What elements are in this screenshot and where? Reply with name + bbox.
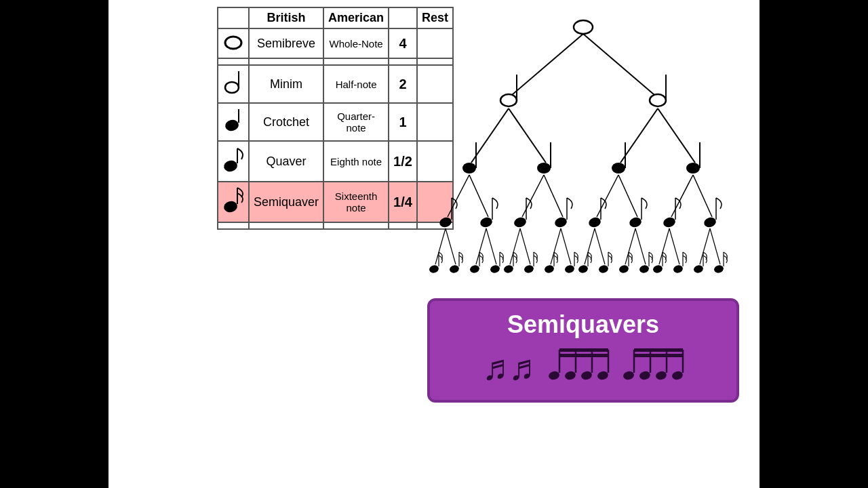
svg-line-61	[595, 228, 605, 264]
american-cell	[323, 222, 389, 229]
american-cell: Sixteenth note	[323, 182, 389, 222]
svg-point-110	[623, 370, 635, 381]
svg-point-94	[673, 264, 684, 274]
svg-rect-119	[634, 354, 683, 357]
svg-line-30	[522, 175, 544, 217]
col-header-icon	[218, 7, 249, 28]
quarter-note-icon	[218, 103, 249, 141]
svg-point-92	[652, 264, 663, 274]
svg-point-38	[479, 216, 494, 228]
svg-point-42	[553, 216, 568, 228]
svg-point-116	[671, 370, 684, 381]
svg-point-40	[513, 216, 528, 228]
svg-point-36	[438, 216, 453, 228]
tree-svg	[420, 7, 746, 298]
svg-line-65	[669, 228, 679, 264]
svg-line-64	[659, 228, 669, 264]
svg-line-67	[710, 228, 720, 264]
svg-point-0	[225, 37, 241, 49]
svg-point-70	[449, 264, 460, 274]
american-cell: Quarter-note	[323, 103, 389, 141]
svg-line-52	[435, 228, 446, 264]
svg-point-9	[574, 20, 593, 34]
svg-line-16	[471, 108, 509, 163]
british-cell: Semiquaver	[249, 182, 323, 222]
american-cell: Eighth note	[323, 141, 389, 182]
svg-rect-118	[634, 348, 683, 352]
note-tree	[420, 7, 746, 298]
svg-point-1	[225, 82, 239, 93]
svg-point-7	[222, 200, 238, 214]
svg-point-106	[597, 370, 610, 381]
svg-line-62	[625, 228, 635, 264]
sixteenth-note-icon	[218, 182, 249, 222]
whole-note-icon	[218, 28, 249, 58]
sq-group-3	[623, 344, 684, 390]
british-cell: Quaver	[249, 141, 323, 182]
svg-point-12	[500, 94, 517, 106]
svg-point-22	[537, 163, 551, 174]
svg-line-19	[658, 108, 695, 163]
svg-line-55	[486, 228, 496, 264]
svg-line-60	[585, 228, 595, 264]
svg-point-88	[618, 264, 629, 274]
semiquaver-box: Semiquavers ♬♬	[427, 298, 739, 403]
svg-line-28	[448, 175, 469, 217]
british-cell	[249, 222, 323, 229]
svg-line-59	[561, 228, 571, 264]
svg-line-18	[620, 108, 658, 163]
svg-point-3	[224, 119, 239, 133]
empty-row2-icon	[218, 222, 249, 229]
svg-point-50	[703, 216, 717, 228]
svg-point-86	[598, 264, 609, 274]
svg-point-74	[490, 264, 500, 274]
semiquaver-title: Semiquavers	[507, 310, 659, 339]
british-cell: Minim	[249, 65, 323, 103]
svg-line-56	[510, 228, 520, 264]
svg-point-102	[564, 370, 577, 381]
svg-line-66	[700, 228, 710, 264]
col-header-american: American	[323, 7, 389, 28]
svg-line-31	[544, 175, 563, 217]
semiquaver-notes: ♬♬	[482, 344, 684, 390]
svg-point-20	[462, 163, 476, 174]
svg-point-84	[578, 264, 589, 274]
sq-group-2	[549, 344, 610, 390]
svg-point-80	[544, 264, 555, 274]
svg-line-53	[446, 228, 456, 264]
svg-rect-109	[559, 354, 608, 357]
svg-point-90	[639, 264, 650, 274]
american-cell: Whole-Note	[323, 28, 389, 58]
svg-point-98	[713, 264, 724, 274]
svg-line-34	[671, 175, 693, 217]
svg-point-104	[580, 370, 593, 381]
svg-point-114	[655, 370, 668, 381]
svg-point-48	[662, 216, 677, 228]
svg-line-54	[476, 228, 486, 264]
svg-point-96	[693, 264, 704, 274]
svg-point-5	[222, 159, 238, 174]
svg-line-57	[520, 228, 530, 264]
svg-line-10	[512, 34, 583, 95]
british-cell: Semibreve	[249, 28, 323, 58]
sq-group-1: ♬♬	[482, 350, 535, 385]
svg-point-78	[524, 264, 534, 274]
svg-line-58	[551, 228, 561, 264]
svg-line-35	[693, 175, 712, 217]
svg-line-32	[597, 175, 618, 217]
half-note-icon	[218, 65, 249, 103]
svg-point-46	[628, 216, 643, 228]
svg-line-17	[509, 108, 546, 163]
svg-point-112	[639, 370, 652, 381]
svg-point-44	[587, 216, 602, 228]
svg-point-100	[549, 370, 560, 381]
svg-point-72	[469, 264, 480, 274]
svg-rect-108	[559, 348, 608, 352]
table-section: British American Rest SemibreveWhole-Not…	[108, 0, 400, 488]
american-cell	[323, 58, 389, 65]
svg-line-63	[635, 228, 646, 264]
svg-point-76	[503, 264, 514, 274]
british-cell: Crotchet	[249, 103, 323, 141]
british-cell	[249, 58, 323, 65]
svg-line-11	[583, 34, 654, 95]
